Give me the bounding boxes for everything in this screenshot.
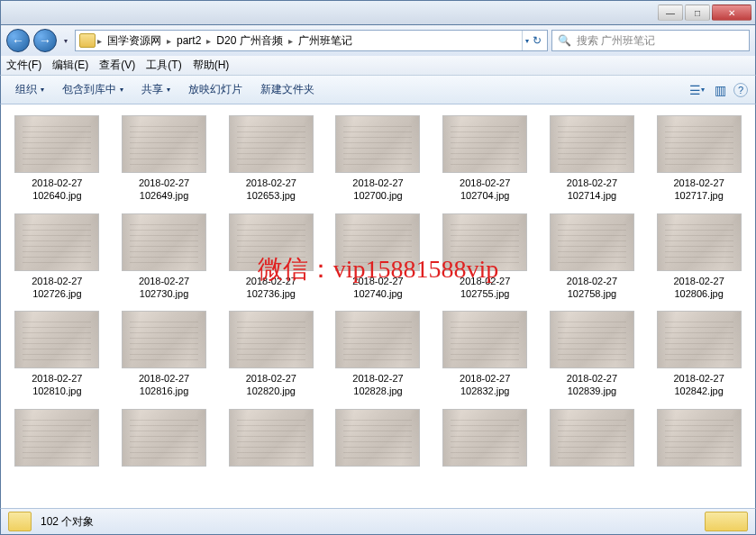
chevron-down-icon: ▾: [167, 86, 170, 94]
menu-bar: 文件(F) 编辑(E) 查看(V) 工具(T) 帮助(H): [0, 56, 756, 76]
forward-button[interactable]: →: [33, 29, 57, 52]
file-item[interactable]: [112, 405, 217, 474]
search-input[interactable]: 🔍 搜索 广州班笔记: [551, 30, 750, 51]
file-item[interactable]: 2018-02-27 102839.jpg: [540, 307, 645, 402]
minimize-button[interactable]: —: [658, 5, 683, 21]
folder-icon: [79, 33, 96, 48]
file-thumbnail: [14, 115, 99, 173]
file-name: 2018-02-27 102832.jpg: [436, 372, 534, 398]
menu-view[interactable]: 查看(V): [99, 58, 135, 73]
chevron-right-icon[interactable]: ▸: [97, 36, 102, 46]
chevron-right-icon[interactable]: ▸: [167, 36, 171, 46]
menu-edit[interactable]: 编辑(E): [52, 58, 88, 73]
file-thumbnail: [122, 213, 206, 271]
file-thumbnail: [122, 409, 206, 467]
file-item[interactable]: 2018-02-27 102730.jpg: [112, 210, 217, 304]
file-item[interactable]: 2018-02-27 102758.jpg: [540, 210, 645, 304]
file-thumbnail: [657, 311, 742, 368]
search-placeholder: 搜索 广州班笔记: [577, 33, 655, 49]
file-thumbnail: [229, 311, 314, 368]
file-thumbnail: [335, 115, 420, 173]
folder-preview-icon: [705, 512, 748, 531]
file-list-pane[interactable]: 2018-02-27 102640.jpg2018-02-27 102649.j…: [0, 104, 756, 508]
file-name: 2018-02-27 102730.jpg: [115, 275, 214, 301]
refresh-icon: ↻: [533, 34, 542, 47]
menu-file[interactable]: 文件(F): [6, 58, 41, 73]
breadcrumb-3[interactable]: 广州班笔记: [295, 33, 356, 49]
file-item[interactable]: 2018-02-27 102828.jpg: [325, 307, 431, 402]
file-item[interactable]: 2018-02-27 102842.jpg: [646, 307, 751, 402]
file-item[interactable]: [5, 405, 110, 474]
organize-button[interactable]: 组织▾: [8, 78, 51, 101]
file-item[interactable]: 2018-02-27 102832.jpg: [433, 307, 538, 402]
address-bar[interactable]: ▸ 国学资源网 ▸ part2 ▸ D20 广州音频 ▸ 广州班笔记 ▾ ↻: [75, 30, 548, 51]
file-thumbnail: [14, 311, 99, 368]
share-button[interactable]: 共享▾: [134, 78, 178, 101]
status-count: 102 个对象: [41, 514, 94, 530]
file-thumbnail: [14, 409, 99, 467]
back-button[interactable]: ←: [6, 29, 30, 52]
menu-help[interactable]: 帮助(H): [193, 58, 230, 73]
file-item[interactable]: 2018-02-27 102704.jpg: [433, 112, 538, 206]
file-name: 2018-02-27 102820.jpg: [222, 372, 320, 398]
preview-pane-button[interactable]: ▥: [710, 80, 730, 100]
file-item[interactable]: 2018-02-27 102717.jpg: [646, 112, 751, 206]
status-bar: 102 个对象: [0, 508, 756, 535]
new-folder-button[interactable]: 新建文件夹: [253, 78, 322, 101]
file-name: 2018-02-27 102726.jpg: [8, 275, 106, 301]
file-thumbnail: [550, 115, 634, 173]
file-item[interactable]: 2018-02-27 102820.jpg: [218, 307, 323, 402]
search-icon: 🔍: [558, 34, 571, 47]
file-item[interactable]: 2018-02-27 102649.jpg: [112, 112, 217, 206]
help-button[interactable]: ?: [733, 83, 748, 97]
menu-tools[interactable]: 工具(T): [146, 58, 181, 73]
chevron-down-icon: ▾: [701, 86, 705, 94]
file-item[interactable]: 2018-02-27 102700.jpg: [325, 112, 431, 206]
chevron-down-icon: ▾: [41, 86, 44, 94]
breadcrumb-2[interactable]: D20 广州音频: [213, 33, 286, 49]
history-dropdown-icon[interactable]: ▾: [60, 32, 71, 50]
file-thumbnail: [229, 409, 314, 467]
chevron-right-icon[interactable]: ▸: [206, 36, 211, 46]
slideshow-button[interactable]: 放映幻灯片: [181, 78, 250, 101]
file-item[interactable]: [646, 405, 751, 474]
maximize-button[interactable]: □: [685, 5, 710, 21]
close-button[interactable]: ✕: [712, 5, 751, 21]
file-item[interactable]: 2018-02-27 102640.jpg: [5, 112, 110, 206]
file-name: 2018-02-27 102640.jpg: [8, 177, 106, 203]
file-thumbnail: [335, 409, 420, 467]
file-name: 2018-02-27 102839.jpg: [543, 372, 642, 398]
file-item[interactable]: 2018-02-27 102726.jpg: [5, 210, 110, 304]
file-thumbnail: [550, 409, 634, 467]
file-thumbnail: [550, 213, 634, 271]
breadcrumb-0[interactable]: 国学资源网: [104, 33, 165, 49]
file-thumbnail: [442, 311, 527, 368]
file-item[interactable]: 2018-02-27 102653.jpg: [218, 112, 323, 206]
file-thumbnail: [550, 311, 634, 368]
file-thumbnail: [335, 213, 420, 271]
navigation-bar: ← → ▾ ▸ 国学资源网 ▸ part2 ▸ D20 广州音频 ▸ 广州班笔记…: [0, 25, 756, 56]
refresh-button[interactable]: ▾ ↻: [522, 31, 543, 50]
file-item[interactable]: [325, 405, 431, 474]
chevron-right-icon[interactable]: ▸: [288, 36, 293, 46]
file-item[interactable]: 2018-02-27 102810.jpg: [5, 307, 110, 402]
view-options-button[interactable]: ☰ ▾: [687, 80, 706, 100]
file-item[interactable]: [540, 405, 645, 474]
file-item[interactable]: 2018-02-27 102816.jpg: [112, 307, 217, 402]
file-thumbnail: [122, 115, 206, 173]
file-item[interactable]: 2018-02-27 102714.jpg: [540, 112, 645, 206]
file-thumbnail: [14, 213, 99, 271]
file-item[interactable]: [433, 405, 538, 474]
breadcrumb-1[interactable]: part2: [173, 34, 205, 47]
file-item[interactable]: 2018-02-27 102736.jpg: [218, 210, 323, 304]
file-name: 2018-02-27 102816.jpg: [115, 372, 214, 398]
file-item[interactable]: 2018-02-27 102740.jpg: [325, 210, 431, 304]
file-name: 2018-02-27 102700.jpg: [329, 177, 427, 203]
file-item[interactable]: [218, 405, 323, 474]
file-name: 2018-02-27 102755.jpg: [436, 275, 534, 301]
file-item[interactable]: 2018-02-27 102755.jpg: [433, 210, 538, 304]
file-thumbnail: [442, 213, 527, 271]
file-name: 2018-02-27 102714.jpg: [543, 177, 642, 203]
file-item[interactable]: 2018-02-27 102806.jpg: [646, 210, 751, 304]
include-library-button[interactable]: 包含到库中▾: [55, 78, 131, 101]
